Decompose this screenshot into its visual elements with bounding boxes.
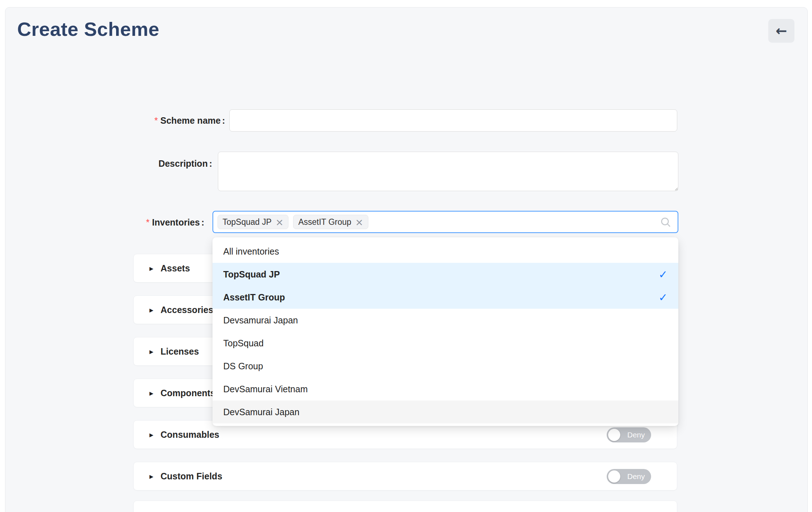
deny-toggle[interactable]: Deny [607, 427, 651, 442]
deny-toggle[interactable]: Deny [607, 469, 651, 484]
tag-label: TopSquad JP [223, 217, 272, 227]
toggle-label: Deny [623, 427, 649, 442]
dropdown-option-devsamurai-japan-2[interactable]: DevSamurai Japan [212, 400, 678, 423]
panel-label: Licenses [161, 346, 199, 357]
panel-custom-fields[interactable]: ▸ Custom Fields Deny [133, 462, 677, 490]
dropdown-option-devsamurai-vietnam[interactable]: DevSamurai Vietnam [212, 378, 678, 400]
panel-label: Custom Fields [161, 471, 222, 482]
remove-tag-icon[interactable]: × [355, 217, 363, 227]
selected-tag: AssetIT Group × [293, 215, 368, 229]
check-icon: ✓ [659, 291, 668, 304]
caret-right-icon: ▸ [149, 305, 153, 314]
caret-right-icon: ▸ [149, 472, 153, 481]
caret-right-icon: ▸ [149, 430, 153, 439]
remove-tag-icon[interactable]: × [276, 217, 284, 227]
back-button[interactable]: ← [768, 19, 794, 43]
required-mark: * [154, 115, 158, 125]
toggle-knob [608, 429, 620, 441]
search-icon [660, 216, 671, 228]
description-textarea[interactable] [218, 152, 678, 191]
selected-tag: TopSquad JP × [218, 215, 288, 229]
inventories-label: *Inventories: [0, 217, 204, 228]
caret-right-icon: ▸ [149, 347, 153, 356]
dropdown-option-ds-group[interactable]: DS Group [212, 355, 678, 378]
dropdown-option-assetit-group[interactable]: AssetIT Group ✓ [212, 286, 678, 309]
page-title: Create Scheme [17, 18, 159, 40]
toggle-knob [608, 470, 620, 483]
dropdown-option-devsamurai-japan[interactable]: Devsamurai Japan [212, 309, 678, 332]
scheme-name-label: *Scheme name: [0, 115, 225, 126]
scheme-name-input[interactable] [229, 109, 677, 132]
caret-right-icon: ▸ [149, 264, 153, 273]
toggle-label: Deny [623, 469, 649, 484]
caret-right-icon: ▸ [149, 389, 153, 398]
tag-label: AssetIT Group [298, 217, 351, 227]
required-mark: * [146, 217, 150, 227]
dropdown-option-all-inventories[interactable]: All inventories [212, 240, 678, 263]
description-label: Description: [0, 158, 212, 169]
panel-label: Assets [161, 263, 190, 274]
panel-label: Consumables [161, 430, 219, 440]
dropdown-option-topsquad[interactable]: TopSquad [212, 332, 678, 355]
back-arrow-icon: ← [776, 24, 787, 38]
panel-label: Accessories [161, 305, 213, 315]
panel-partial [133, 501, 677, 512]
check-icon: ✓ [659, 268, 668, 281]
inventories-dropdown: All inventories TopSquad JP ✓ AssetIT Gr… [212, 237, 678, 426]
panel-label: Components [161, 388, 215, 398]
dropdown-option-topsquad-jp[interactable]: TopSquad JP ✓ [212, 263, 678, 286]
inventories-multiselect[interactable]: TopSquad JP × AssetIT Group × [212, 211, 678, 233]
